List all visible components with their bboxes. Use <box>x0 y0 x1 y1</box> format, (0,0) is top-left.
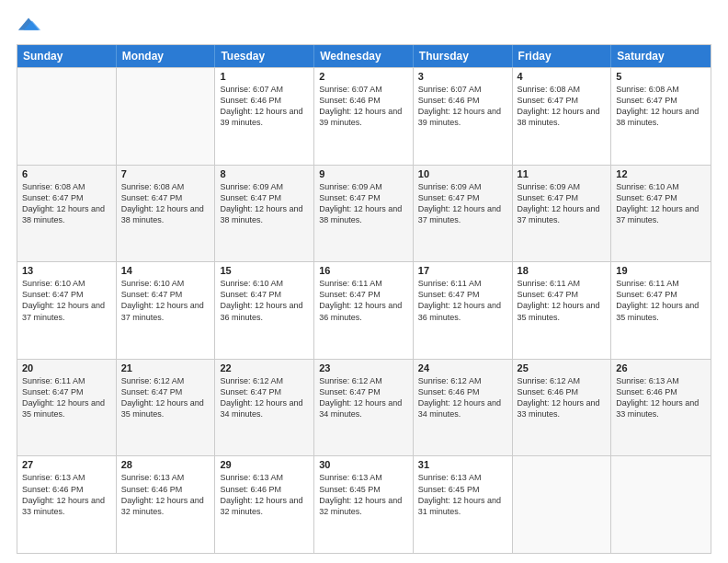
calendar-cell-13: 13Sunrise: 6:10 AM Sunset: 6:47 PM Dayli… <box>17 262 117 359</box>
logo <box>17 13 46 39</box>
cell-date-27: 27 <box>22 459 111 470</box>
cell-info-21: Sunrise: 6:12 AM Sunset: 6:47 PM Dayligh… <box>121 375 210 420</box>
cell-info-10: Sunrise: 6:09 AM Sunset: 6:47 PM Dayligh… <box>418 181 507 226</box>
cell-info-26: Sunrise: 6:13 AM Sunset: 6:46 PM Dayligh… <box>616 375 706 420</box>
calendar-cell-16: 16Sunrise: 6:11 AM Sunset: 6:47 PM Dayli… <box>314 262 414 359</box>
cell-date-18: 18 <box>518 265 607 276</box>
header-day-monday: Monday <box>117 45 216 67</box>
cell-info-16: Sunrise: 6:11 AM Sunset: 6:47 PM Dayligh… <box>319 278 408 323</box>
calendar-cell-21: 21Sunrise: 6:12 AM Sunset: 6:47 PM Dayli… <box>117 360 216 456</box>
calendar-row-4: 27Sunrise: 6:13 AM Sunset: 6:46 PM Dayli… <box>17 455 711 553</box>
cell-info-17: Sunrise: 6:11 AM Sunset: 6:47 PM Dayligh… <box>418 278 507 323</box>
calendar-cell-8: 8Sunrise: 6:09 AM Sunset: 6:47 PM Daylig… <box>215 166 314 262</box>
header-day-sunday: Sunday <box>17 45 117 67</box>
cell-date-11: 11 <box>518 168 607 179</box>
cell-date-25: 25 <box>518 362 607 373</box>
calendar-cell-empty <box>17 68 117 165</box>
header-day-tuesday: Tuesday <box>215 45 314 67</box>
cell-info-18: Sunrise: 6:11 AM Sunset: 6:47 PM Dayligh… <box>518 278 607 323</box>
header-day-thursday: Thursday <box>414 45 513 67</box>
cell-date-21: 21 <box>121 362 210 373</box>
cell-info-5: Sunrise: 6:08 AM Sunset: 6:47 PM Dayligh… <box>616 84 706 129</box>
header-day-friday: Friday <box>513 45 612 67</box>
calendar-cell-1: 1Sunrise: 6:07 AM Sunset: 6:46 PM Daylig… <box>215 68 314 165</box>
calendar-cell-empty <box>117 68 216 165</box>
calendar-cell-2: 2Sunrise: 6:07 AM Sunset: 6:46 PM Daylig… <box>314 68 414 165</box>
calendar-cell-23: 23Sunrise: 6:12 AM Sunset: 6:47 PM Dayli… <box>314 360 414 456</box>
calendar-header: SundayMondayTuesdayWednesdayThursdayFrid… <box>17 45 711 67</box>
cell-info-12: Sunrise: 6:10 AM Sunset: 6:47 PM Dayligh… <box>616 181 706 226</box>
cell-info-29: Sunrise: 6:13 AM Sunset: 6:46 PM Dayligh… <box>220 472 309 517</box>
calendar-cell-17: 17Sunrise: 6:11 AM Sunset: 6:47 PM Dayli… <box>414 262 513 359</box>
calendar-cell-9: 9Sunrise: 6:09 AM Sunset: 6:47 PM Daylig… <box>314 166 414 262</box>
calendar-cell-12: 12Sunrise: 6:10 AM Sunset: 6:47 PM Dayli… <box>611 166 711 262</box>
cell-info-30: Sunrise: 6:13 AM Sunset: 6:45 PM Dayligh… <box>319 472 408 517</box>
calendar-cell-empty <box>611 456 711 553</box>
cell-info-8: Sunrise: 6:09 AM Sunset: 6:47 PM Dayligh… <box>220 181 309 226</box>
calendar-row-0: 1Sunrise: 6:07 AM Sunset: 6:46 PM Daylig… <box>17 67 711 165</box>
cell-info-14: Sunrise: 6:10 AM Sunset: 6:47 PM Dayligh… <box>121 278 210 323</box>
cell-info-3: Sunrise: 6:07 AM Sunset: 6:46 PM Dayligh… <box>418 84 507 129</box>
page: SundayMondayTuesdayWednesdayThursdayFrid… <box>0 0 728 563</box>
cell-date-17: 17 <box>418 265 507 276</box>
cell-info-23: Sunrise: 6:12 AM Sunset: 6:47 PM Dayligh… <box>319 375 408 420</box>
calendar-cell-22: 22Sunrise: 6:12 AM Sunset: 6:47 PM Dayli… <box>215 360 314 456</box>
cell-date-31: 31 <box>418 459 507 470</box>
calendar-cell-4: 4Sunrise: 6:08 AM Sunset: 6:47 PM Daylig… <box>513 68 612 165</box>
calendar-body: 1Sunrise: 6:07 AM Sunset: 6:46 PM Daylig… <box>17 67 711 553</box>
cell-date-5: 5 <box>616 71 706 82</box>
cell-date-2: 2 <box>319 71 408 82</box>
calendar-cell-27: 27Sunrise: 6:13 AM Sunset: 6:46 PM Dayli… <box>17 456 117 553</box>
cell-info-15: Sunrise: 6:10 AM Sunset: 6:47 PM Dayligh… <box>220 278 309 323</box>
cell-date-19: 19 <box>616 265 706 276</box>
calendar-cell-5: 5Sunrise: 6:08 AM Sunset: 6:47 PM Daylig… <box>611 68 711 165</box>
cell-info-24: Sunrise: 6:12 AM Sunset: 6:46 PM Dayligh… <box>418 375 507 420</box>
calendar-cell-6: 6Sunrise: 6:08 AM Sunset: 6:47 PM Daylig… <box>17 166 117 262</box>
cell-date-8: 8 <box>220 168 309 179</box>
cell-date-9: 9 <box>319 168 408 179</box>
calendar-cell-18: 18Sunrise: 6:11 AM Sunset: 6:47 PM Dayli… <box>513 262 612 359</box>
cell-info-6: Sunrise: 6:08 AM Sunset: 6:47 PM Dayligh… <box>22 181 111 226</box>
calendar-cell-empty <box>513 456 612 553</box>
cell-date-3: 3 <box>418 71 507 82</box>
header-day-wednesday: Wednesday <box>314 45 414 67</box>
calendar-cell-20: 20Sunrise: 6:11 AM Sunset: 6:47 PM Dayli… <box>17 360 117 456</box>
calendar-cell-19: 19Sunrise: 6:11 AM Sunset: 6:47 PM Dayli… <box>611 262 711 359</box>
cell-info-1: Sunrise: 6:07 AM Sunset: 6:46 PM Dayligh… <box>220 84 309 129</box>
cell-date-10: 10 <box>418 168 507 179</box>
cell-info-31: Sunrise: 6:13 AM Sunset: 6:45 PM Dayligh… <box>418 472 507 517</box>
calendar-cell-31: 31Sunrise: 6:13 AM Sunset: 6:45 PM Dayli… <box>414 456 513 553</box>
cell-date-20: 20 <box>22 362 111 373</box>
calendar-cell-25: 25Sunrise: 6:12 AM Sunset: 6:46 PM Dayli… <box>513 360 612 456</box>
cell-info-11: Sunrise: 6:09 AM Sunset: 6:47 PM Dayligh… <box>518 181 607 226</box>
cell-date-1: 1 <box>220 71 309 82</box>
calendar-cell-11: 11Sunrise: 6:09 AM Sunset: 6:47 PM Dayli… <box>513 166 612 262</box>
cell-info-25: Sunrise: 6:12 AM Sunset: 6:46 PM Dayligh… <box>518 375 607 420</box>
cell-date-23: 23 <box>319 362 408 373</box>
calendar-row-3: 20Sunrise: 6:11 AM Sunset: 6:47 PM Dayli… <box>17 359 711 456</box>
cell-info-20: Sunrise: 6:11 AM Sunset: 6:47 PM Dayligh… <box>22 375 111 420</box>
cell-info-22: Sunrise: 6:12 AM Sunset: 6:47 PM Dayligh… <box>220 375 309 420</box>
header <box>17 9 711 39</box>
calendar-cell-14: 14Sunrise: 6:10 AM Sunset: 6:47 PM Dayli… <box>117 262 216 359</box>
header-day-saturday: Saturday <box>611 45 711 67</box>
logo-icon <box>17 13 42 39</box>
cell-date-30: 30 <box>319 459 408 470</box>
cell-date-7: 7 <box>121 168 210 179</box>
calendar-row-1: 6Sunrise: 6:08 AM Sunset: 6:47 PM Daylig… <box>17 165 711 262</box>
calendar: SundayMondayTuesdayWednesdayThursdayFrid… <box>17 44 711 554</box>
cell-info-19: Sunrise: 6:11 AM Sunset: 6:47 PM Dayligh… <box>616 278 706 323</box>
cell-info-27: Sunrise: 6:13 AM Sunset: 6:46 PM Dayligh… <box>22 472 111 517</box>
calendar-cell-7: 7Sunrise: 6:08 AM Sunset: 6:47 PM Daylig… <box>117 166 216 262</box>
cell-date-22: 22 <box>220 362 309 373</box>
cell-date-16: 16 <box>319 265 408 276</box>
calendar-cell-3: 3Sunrise: 6:07 AM Sunset: 6:46 PM Daylig… <box>414 68 513 165</box>
cell-date-15: 15 <box>220 265 309 276</box>
cell-date-6: 6 <box>22 168 111 179</box>
cell-info-2: Sunrise: 6:07 AM Sunset: 6:46 PM Dayligh… <box>319 84 408 129</box>
cell-date-4: 4 <box>518 71 607 82</box>
calendar-cell-30: 30Sunrise: 6:13 AM Sunset: 6:45 PM Dayli… <box>314 456 414 553</box>
cell-date-14: 14 <box>121 265 210 276</box>
cell-date-29: 29 <box>220 459 309 470</box>
calendar-cell-26: 26Sunrise: 6:13 AM Sunset: 6:46 PM Dayli… <box>611 360 711 456</box>
